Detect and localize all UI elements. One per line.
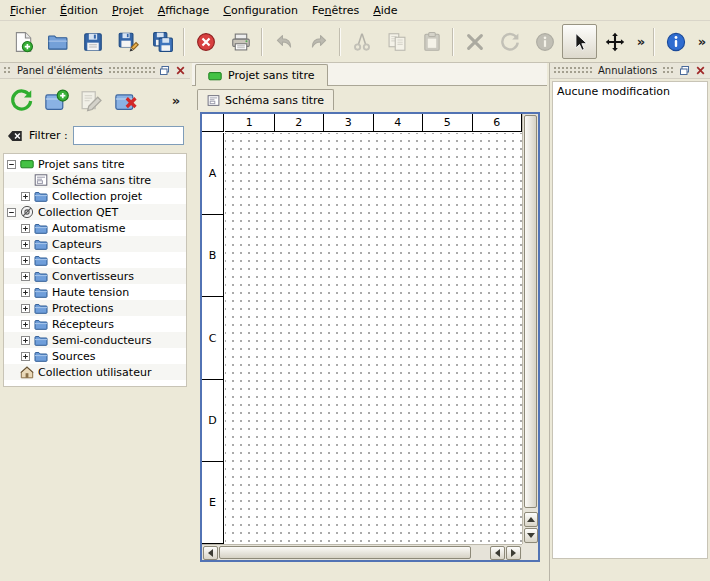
diagram-view: 123456 ABCDE — [200, 112, 540, 562]
scroll-left-button-2[interactable] — [490, 546, 505, 560]
about-button[interactable] — [658, 24, 693, 59]
move-mode-button[interactable] — [597, 24, 632, 59]
collapse-icon[interactable] — [7, 208, 16, 217]
horizontal-scrollbar-thumb[interactable] — [219, 546, 471, 559]
filter-label: Filtrer : — [29, 129, 68, 142]
expand-icon[interactable] — [21, 224, 30, 233]
close-panel-button[interactable] — [694, 64, 707, 77]
copy-icon — [386, 31, 408, 53]
tab-schema-sans-titre[interactable]: Schéma sans titre — [197, 89, 334, 110]
row-header-d: D — [202, 380, 223, 462]
delete-x-icon — [464, 31, 486, 53]
tree-item-contacts[interactable]: Contacts — [4, 252, 186, 268]
save-as-button[interactable] — [110, 24, 145, 59]
save-as-icon — [117, 31, 139, 53]
print-button[interactable] — [223, 24, 258, 59]
tree-item-label: Automatisme — [52, 222, 126, 235]
menu-aide[interactable]: Aide — [366, 1, 404, 20]
cut-icon — [351, 31, 373, 53]
undo-list-item[interactable]: Aucune modification — [557, 84, 703, 99]
toolbar-overflow-button[interactable]: » — [693, 24, 710, 59]
schema-icon — [34, 173, 48, 187]
tree-item-label: Contacts — [52, 254, 101, 267]
tree-item-semi-conducteurs[interactable]: Semi-conducteurs — [4, 332, 186, 348]
filter-input[interactable] — [73, 126, 184, 145]
expand-icon[interactable] — [21, 304, 30, 313]
scroll-right-button[interactable] — [506, 546, 521, 560]
tree-item-collection-projet[interactable]: Collection projet — [4, 188, 186, 204]
delete-element-button[interactable] — [111, 85, 141, 115]
tab-projet-sans-titre[interactable]: Projet sans titre — [195, 64, 328, 86]
tree-item-schema-sans-titre[interactable]: Schéma sans titre — [4, 172, 186, 188]
close-file-icon — [195, 31, 217, 53]
tree-item-collection-qet[interactable]: Collection QET — [4, 204, 186, 220]
chevron-double-icon: » — [172, 94, 180, 107]
undo-panel-titlebar[interactable]: Annulations — [550, 63, 710, 79]
menu-fichier[interactable]: Fichier — [3, 1, 53, 20]
folder-icon — [34, 253, 48, 267]
vertical-scrollbar-thumb[interactable] — [524, 115, 537, 508]
save-all-button[interactable] — [145, 24, 180, 59]
float-panel-button[interactable] — [158, 64, 171, 77]
left-arrow-icon — [495, 549, 500, 557]
expand-icon[interactable] — [21, 240, 30, 249]
modes-overflow-button[interactable]: » — [632, 24, 650, 59]
expand-icon[interactable] — [21, 352, 30, 361]
select-mode-button[interactable] — [562, 24, 597, 59]
close-panel-button[interactable] — [174, 64, 187, 77]
new-element-button[interactable] — [41, 85, 71, 115]
float-panel-button[interactable] — [678, 64, 691, 77]
column-header-1: 1 — [225, 114, 275, 131]
column-headers: 123456 — [225, 114, 522, 132]
tree-item-haute-tension[interactable]: Haute tension — [4, 284, 186, 300]
tree-item-recepteurs[interactable]: Récepteurs — [4, 316, 186, 332]
expander-spacer — [21, 176, 30, 185]
new-project-button[interactable] — [5, 24, 40, 59]
expand-icon[interactable] — [21, 288, 30, 297]
expand-icon[interactable] — [21, 336, 30, 345]
row-header-b: B — [202, 215, 223, 297]
menu-affichage[interactable]: Affichage — [151, 1, 217, 20]
scroll-up-button[interactable] — [524, 512, 538, 527]
open-project-button[interactable] — [40, 24, 75, 59]
reload-collections-button[interactable] — [6, 85, 36, 115]
expand-icon[interactable] — [21, 272, 30, 281]
tree-item-protections[interactable]: Protections — [4, 300, 186, 316]
menu-configuration[interactable]: Configuration — [216, 1, 305, 20]
tree-item-automatisme[interactable]: Automatisme — [4, 220, 186, 236]
main-toolbar: »» — [0, 21, 710, 63]
expand-icon[interactable] — [21, 256, 30, 265]
scrollbar-corner — [522, 544, 538, 560]
elements-panel-titlebar[interactable]: Panel d'éléments — [0, 63, 190, 79]
expand-icon[interactable] — [21, 320, 30, 329]
horizontal-scrollbar[interactable] — [202, 544, 522, 560]
row-header-e: E — [202, 462, 223, 544]
diagram-canvas[interactable] — [225, 133, 522, 544]
tree-item-projet-sans-titre[interactable]: Projet sans titre — [4, 156, 186, 172]
menu-edition[interactable]: Édition — [53, 1, 105, 20]
menu-fenetres[interactable]: Fenêtres — [305, 1, 366, 20]
save-button[interactable] — [75, 24, 110, 59]
elements-panel-title: Panel d'éléments — [15, 65, 105, 76]
info-circle-icon — [534, 31, 556, 53]
tree-item-label: Convertisseurs — [52, 270, 134, 283]
scroll-left-button[interactable] — [203, 546, 218, 560]
tree-item-sources[interactable]: Sources — [4, 348, 186, 364]
scroll-down-button[interactable] — [524, 528, 538, 543]
collapse-icon[interactable] — [7, 160, 16, 169]
clear-filter-button[interactable] — [6, 127, 24, 145]
tree-item-capteurs[interactable]: Capteurs — [4, 236, 186, 252]
menu-projet[interactable]: Projet — [105, 1, 151, 20]
schema-tab-label: Schéma sans titre — [225, 94, 324, 107]
reload-icon — [9, 88, 34, 113]
tree-item-convertisseurs[interactable]: Convertisseurs — [4, 268, 186, 284]
close-project-button[interactable] — [188, 24, 223, 59]
home-icon — [20, 365, 34, 379]
vertical-scrollbar[interactable] — [522, 114, 538, 544]
tree-item-collection-utilisateur[interactable]: Collection utilisateur — [4, 364, 186, 380]
tree-item-label: Récepteurs — [52, 318, 114, 331]
toolbar-separator — [653, 28, 655, 56]
delete-button — [457, 24, 492, 59]
panel-overflow-button[interactable]: » — [168, 85, 184, 115]
expand-icon[interactable] — [21, 192, 30, 201]
